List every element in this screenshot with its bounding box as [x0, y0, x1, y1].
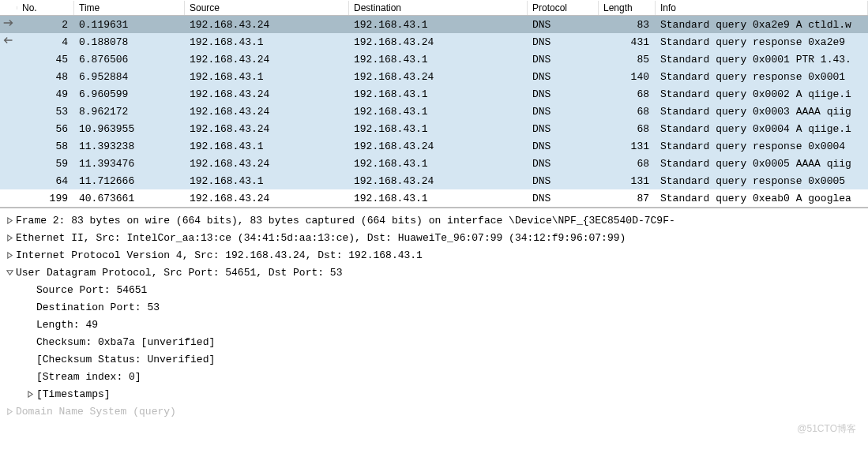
- packet-destination: 192.168.43.1: [349, 191, 528, 206]
- detail-udp-stream-index[interactable]: [Stream index: 0]: [0, 368, 868, 385]
- packet-row[interactable]: 5811.393238192.168.43.1192.168.43.24DNS1…: [0, 137, 868, 155]
- detail-udp-text: User Datagram Protocol, Src Port: 54651,…: [16, 267, 342, 279]
- detail-dns-text: Domain Name System (query): [16, 406, 176, 418]
- packet-source: 192.168.43.1: [185, 69, 349, 84]
- chevron-right-icon[interactable]: [3, 234, 16, 242]
- detail-udp-length[interactable]: Length: 49: [0, 316, 868, 333]
- packet-info: Standard query 0x0005 AAAA qiig: [656, 156, 868, 171]
- packet-source: 192.168.43.24: [185, 17, 349, 32]
- chevron-right-icon[interactable]: [24, 391, 36, 398]
- packet-info: Standard query 0x0004 A qiige.i: [656, 122, 868, 137]
- packet-length: 85: [599, 52, 656, 67]
- detail-ethernet[interactable]: Ethernet II, Src: IntelCor_aa:13:ce (34:…: [0, 229, 868, 246]
- packet-destination: 192.168.43.24: [349, 174, 528, 189]
- detail-ip[interactable]: Internet Protocol Version 4, Src: 192.16…: [0, 246, 868, 264]
- packet-protocol: DNS: [528, 174, 599, 189]
- chevron-right-icon[interactable]: [3, 217, 16, 224]
- packet-length: 83: [599, 17, 656, 32]
- packet-source: 192.168.43.24: [185, 122, 349, 137]
- packet-protocol: DNS: [528, 52, 599, 67]
- packet-source: 192.168.43.24: [185, 104, 349, 119]
- packet-destination: 192.168.43.24: [349, 139, 528, 154]
- column-header-length[interactable]: Length: [599, 1, 656, 15]
- packet-no: 199: [17, 191, 74, 206]
- packet-source: 192.168.43.24: [185, 52, 349, 67]
- packet-gutter: [0, 32, 17, 52]
- packet-time: 6.876506: [74, 52, 185, 67]
- packet-details-pane: Frame 2: 83 bytes on wire (664 bits), 83…: [0, 208, 868, 423]
- packet-length: 68: [599, 122, 656, 137]
- packet-row[interactable]: 6411.712666192.168.43.1192.168.43.24DNS1…: [0, 172, 868, 189]
- packet-no: 59: [17, 156, 74, 171]
- packet-no: 48: [17, 69, 74, 84]
- packet-row[interactable]: 5610.963955192.168.43.24192.168.43.1DNS6…: [0, 120, 868, 137]
- packet-length: 131: [599, 174, 656, 189]
- packet-rows-container: 20.119631192.168.43.24192.168.43.1DNS83S…: [0, 16, 868, 207]
- packet-no: 2: [17, 17, 74, 32]
- chevron-down-icon[interactable]: [3, 269, 16, 276]
- packet-source: 192.168.43.1: [185, 35, 349, 50]
- packet-info: Standard query response 0xa2e9: [656, 35, 868, 50]
- column-header-time[interactable]: Time: [74, 1, 185, 15]
- packet-row[interactable]: 456.876506192.168.43.24192.168.43.1DNS85…: [0, 51, 868, 68]
- packet-time: 8.962172: [74, 104, 185, 119]
- chevron-right-icon[interactable]: [3, 252, 16, 259]
- column-header-destination[interactable]: Destination: [349, 1, 528, 15]
- packet-source: 192.168.43.1: [185, 139, 349, 154]
- column-header-no[interactable]: No.: [17, 1, 74, 15]
- column-header-protocol[interactable]: Protocol: [528, 1, 599, 15]
- chevron-right-icon[interactable]: [3, 408, 16, 415]
- packet-destination: 192.168.43.1: [349, 104, 528, 119]
- packet-protocol: DNS: [528, 122, 599, 137]
- column-header-info[interactable]: Info: [656, 1, 868, 15]
- packet-time: 6.952884: [74, 69, 185, 84]
- packet-no: 4: [17, 35, 74, 50]
- packet-time: 0.188078: [74, 35, 185, 50]
- packet-row[interactable]: 538.962172192.168.43.24192.168.43.1DNS68…: [0, 103, 868, 120]
- packet-no: 56: [17, 122, 74, 137]
- packet-row[interactable]: 19940.673661192.168.43.24192.168.43.1DNS…: [0, 189, 868, 207]
- detail-udp-dst-port[interactable]: Destination Port: 53: [0, 298, 868, 316]
- packet-info: Standard query response 0x0001: [656, 69, 868, 84]
- detail-udp-checksum-status[interactable]: [Checksum Status: Unverified]: [0, 350, 868, 368]
- detail-frame-text: Frame 2: 83 bytes on wire (664 bits), 83…: [16, 215, 675, 227]
- packet-row[interactable]: 5911.393476192.168.43.24192.168.43.1DNS6…: [0, 155, 868, 172]
- packet-list-header[interactable]: No. Time Source Destination Protocol Len…: [0, 0, 868, 16]
- detail-udp-checksum[interactable]: Checksum: 0xba7a [unverified]: [0, 333, 868, 350]
- packet-destination: 192.168.43.1: [349, 122, 528, 137]
- packet-info: Standard query response 0x0005: [656, 174, 868, 189]
- packet-gutter: [0, 127, 17, 130]
- packet-destination: 192.168.43.24: [349, 69, 528, 84]
- packet-time: 40.673661: [74, 191, 185, 206]
- packet-row[interactable]: 40.188078192.168.43.1192.168.43.24DNS431…: [0, 33, 868, 51]
- packet-protocol: DNS: [528, 35, 599, 50]
- arrow-left-icon: [2, 33, 16, 51]
- detail-udp-src-port[interactable]: Source Port: 54651: [0, 281, 868, 298]
- packet-list-pane: No. Time Source Destination Protocol Len…: [0, 0, 868, 208]
- packet-destination: 192.168.43.24: [349, 35, 528, 50]
- packet-gutter: [0, 110, 17, 113]
- packet-length: 87: [599, 191, 656, 206]
- detail-ip-text: Internet Protocol Version 4, Src: 192.16…: [16, 249, 423, 261]
- packet-no: 64: [17, 174, 74, 189]
- detail-udp-timestamps[interactable]: [Timestamps]: [0, 385, 868, 403]
- packet-gutter: [0, 144, 17, 148]
- packet-destination: 192.168.43.1: [349, 156, 528, 171]
- detail-ethernet-text: Ethernet II, Src: IntelCor_aa:13:ce (34:…: [16, 232, 626, 244]
- packet-time: 11.393238: [74, 139, 185, 154]
- detail-udp-timestamps-text: [Timestamps]: [36, 388, 111, 400]
- detail-dns[interactable]: Domain Name System (query): [0, 403, 868, 420]
- packet-length: 68: [599, 104, 656, 119]
- packet-row[interactable]: 496.960599192.168.43.24192.168.43.1DNS68…: [0, 85, 868, 103]
- packet-protocol: DNS: [528, 191, 599, 206]
- packet-row[interactable]: 486.952884192.168.43.1192.168.43.24DNS14…: [0, 68, 868, 85]
- packet-source: 192.168.43.24: [185, 156, 349, 171]
- packet-length: 140: [599, 69, 656, 84]
- packet-no: 49: [17, 87, 74, 102]
- packet-row[interactable]: 20.119631192.168.43.24192.168.43.1DNS83S…: [0, 16, 868, 33]
- detail-udp[interactable]: User Datagram Protocol, Src Port: 54651,…: [0, 264, 868, 281]
- column-header-source[interactable]: Source: [185, 1, 349, 15]
- packet-time: 0.119631: [74, 17, 185, 32]
- packet-length: 68: [599, 87, 656, 102]
- detail-frame[interactable]: Frame 2: 83 bytes on wire (664 bits), 83…: [0, 212, 868, 229]
